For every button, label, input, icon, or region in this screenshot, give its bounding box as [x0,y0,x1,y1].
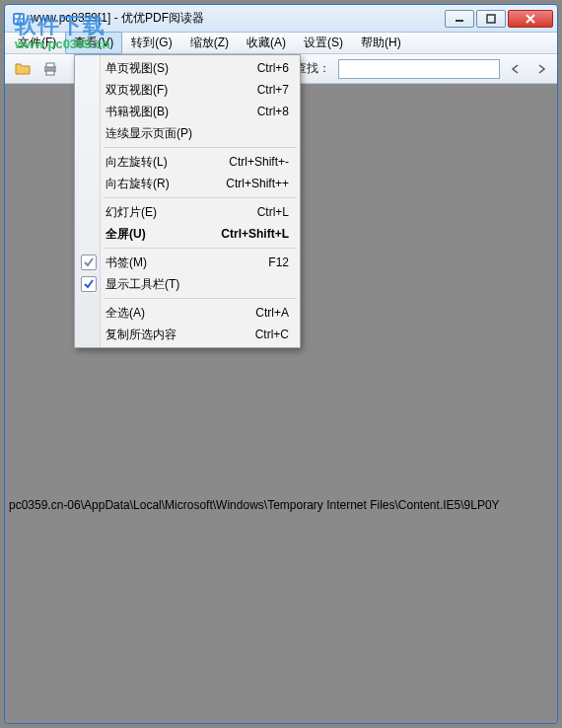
window-title: www.pc0359[1] - 优优PDF阅读器 [31,10,445,27]
open-file-button[interactable] [11,57,35,81]
menu-entry-shortcut: Ctrl+L [246,205,289,219]
menu-entry-label: 显示工具栏(T) [105,276,179,293]
menu-item[interactable]: 文件(F) [9,32,65,54]
menu-bar: 文件(F)查看(V)转到(G)缩放(Z)收藏(A)设置(S)帮助(H) [5,33,557,54]
search-prev-button[interactable] [506,59,526,79]
menu-entry-label: 全屏(U) [105,226,146,243]
menu-entry-label: 连续显示页面(P) [105,125,192,142]
menu-item[interactable]: 设置(S) [295,32,352,54]
title-bar: www.pc0359[1] - 优优PDF阅读器 [5,5,557,33]
menu-entry[interactable]: 向右旋转(R)Ctrl+Shift++ [76,173,299,194]
menu-entry-label: 全选(A) [105,305,145,322]
svg-rect-7 [46,63,54,67]
menu-item[interactable]: 缩放(Z) [181,32,238,54]
svg-rect-1 [15,15,23,23]
menu-entry-shortcut: Ctrl+Shift+- [217,155,289,169]
menu-entry-label: 书签(M) [105,255,147,271]
menu-entry-label: 向左旋转(L) [105,154,168,171]
menu-entry-shortcut: Ctrl+A [244,306,289,320]
menu-separator [104,298,297,299]
menu-entry[interactable]: 向左旋转(L)Ctrl+Shift+- [76,151,299,173]
menu-entry-shortcut: Ctrl+Shift++ [214,177,289,190]
menu-entry[interactable]: 显示工具栏(T) [76,273,299,295]
menu-entry[interactable]: 单页视图(S)Ctrl+6 [76,57,299,79]
search-input[interactable] [338,59,500,79]
window-controls [445,10,553,28]
menu-entry[interactable]: 书签(M)F12 [76,252,299,273]
menu-item[interactable]: 查看(V) [65,32,122,54]
menu-entry-label: 幻灯片(E) [105,204,157,221]
app-icon [11,11,27,27]
menu-entry[interactable]: 全屏(U)Ctrl+Shift+L [76,223,299,245]
menu-entry-label: 复制所选内容 [105,327,176,343]
menu-entry-shortcut: Ctrl+Shift+L [209,227,289,241]
close-button[interactable] [508,10,553,28]
menu-entry[interactable]: 书籍视图(B)Ctrl+8 [76,101,299,122]
search-next-button[interactable] [531,59,551,79]
menu-item[interactable]: 转到(G) [122,32,180,54]
menu-entry-shortcut: F12 [256,255,289,269]
menu-item[interactable]: 收藏(A) [238,32,295,54]
svg-rect-8 [46,71,54,75]
app-window: www.pc0359[1] - 优优PDF阅读器 文件(F)查看(V)转到(G)… [4,4,558,724]
menu-entry-label: 单页视图(S) [105,60,169,77]
menu-entry-shortcut: Ctrl+8 [246,105,289,118]
menu-entry[interactable]: 幻灯片(E)Ctrl+L [76,201,299,223]
menu-entry-label: 双页视图(F) [105,82,168,99]
menu-entry[interactable]: 复制所选内容Ctrl+C [76,324,299,345]
menu-entry[interactable]: 双页视图(F)Ctrl+7 [76,79,299,101]
menu-entry[interactable]: 全选(A)Ctrl+A [76,302,299,324]
menu-separator [104,147,297,148]
file-path-text: pc0359.cn-06\AppData\Local\Microsoft\Win… [9,498,553,512]
view-menu-dropdown: 单页视图(S)Ctrl+6双页视图(F)Ctrl+7书籍视图(B)Ctrl+8连… [74,54,301,348]
maximize-button[interactable] [476,10,506,28]
menu-entry-shortcut: Ctrl+7 [246,83,289,97]
menu-separator [104,248,297,249]
menu-item[interactable]: 帮助(H) [352,32,410,54]
menu-entry-shortcut: Ctrl+6 [246,61,289,75]
menu-entry-shortcut: Ctrl+C [244,328,289,341]
checkbox-blank [81,255,97,270]
menu-entry[interactable]: 连续显示页面(P) [76,122,299,144]
print-button[interactable] [38,57,62,81]
menu-separator [104,197,297,198]
menu-entry-label: 向右旋转(R) [105,176,170,192]
svg-rect-3 [487,15,495,23]
check-icon [81,276,97,292]
minimize-button[interactable] [445,10,474,28]
menu-entry-label: 书籍视图(B) [105,104,169,120]
